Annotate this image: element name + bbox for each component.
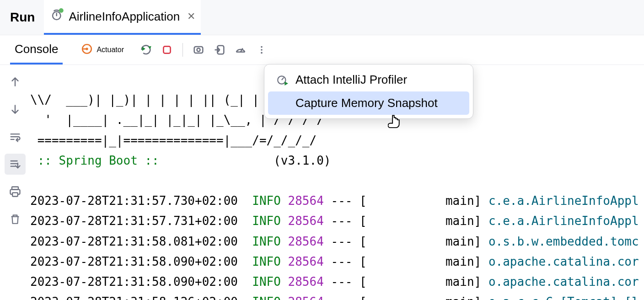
run-config-icon: [50, 8, 64, 25]
log-line: 2023-07-28T21:31:57.730+02:00 INFO 28564…: [30, 194, 639, 208]
spring-boot-label: :: Spring Boot ::: [30, 154, 159, 167]
exit-button[interactable]: [211, 42, 228, 58]
spring-boot-version: (v3.1.0): [274, 154, 331, 167]
scroll-down-button[interactable]: [5, 99, 26, 120]
print-button[interactable]: [5, 181, 26, 202]
svg-point-11: [261, 46, 263, 48]
svg-rect-16: [12, 193, 18, 196]
more-options-button[interactable]: [253, 42, 270, 58]
left-rail: [0, 65, 30, 300]
run-tool-label: Run: [0, 0, 44, 35]
stop-button[interactable]: [159, 42, 175, 58]
close-tab-icon[interactable]: ✕: [187, 11, 195, 22]
tab-console[interactable]: Console: [10, 35, 63, 64]
run-config-tab[interactable]: AirlineInfoApplication ✕: [44, 0, 201, 35]
actuator-icon: [81, 43, 93, 57]
svg-point-12: [261, 49, 263, 51]
clear-button[interactable]: [5, 209, 26, 230]
svg-point-13: [261, 52, 263, 54]
scroll-up-button[interactable]: [5, 71, 26, 92]
log-line: 2023-07-28T21:31:58.090+02:00 INFO 28564…: [30, 275, 639, 289]
capture-memory-label: Capture Memory Snapshot: [295, 96, 438, 110]
sub-bar: Console Actuator: [0, 35, 644, 65]
thread-dump-button[interactable]: [190, 42, 207, 58]
capture-memory-item[interactable]: Capture Memory Snapshot: [268, 91, 469, 115]
attach-profiler-label: Attach IntelliJ Profiler: [295, 73, 407, 87]
log-line: 2023-07-28T21:31:58.081+02:00 INFO 28564…: [30, 235, 639, 248]
tab-actuator[interactable]: Actuator: [81, 43, 124, 57]
attach-profiler-icon: [276, 74, 289, 86]
profiler-popup: Attach IntelliJ Profiler Capture Memory …: [264, 64, 473, 119]
log-line: 2023-07-28T21:31:58.126+02:00 INFO 28564…: [30, 295, 639, 300]
run-config-name: AirlineInfoApplication: [69, 10, 180, 24]
soft-wrap-button[interactable]: [5, 126, 26, 147]
ascii-art-line: =========|_|==============|___/=/_/_/_/: [30, 134, 317, 147]
top-bar: Run AirlineInfoApplication ✕: [0, 0, 644, 35]
toolbar-divider: [182, 43, 183, 57]
svg-rect-6: [194, 47, 203, 53]
scroll-to-end-button[interactable]: [5, 154, 26, 175]
attach-profiler-item[interactable]: Attach IntelliJ Profiler: [268, 68, 469, 91]
svg-rect-5: [163, 46, 170, 53]
actuator-label: Actuator: [97, 46, 124, 54]
svg-line-18: [282, 77, 284, 80]
log-line: 2023-07-28T21:31:58.090+02:00 INFO 28564…: [30, 255, 639, 268]
pointer-cursor-icon: [388, 114, 402, 132]
svg-point-7: [197, 48, 200, 52]
profiler-button[interactable]: [232, 42, 249, 58]
svg-point-1: [59, 8, 64, 13]
log-line: 2023-07-28T21:31:57.731+02:00 INFO 28564…: [30, 214, 639, 228]
rerun-button[interactable]: [138, 42, 154, 58]
